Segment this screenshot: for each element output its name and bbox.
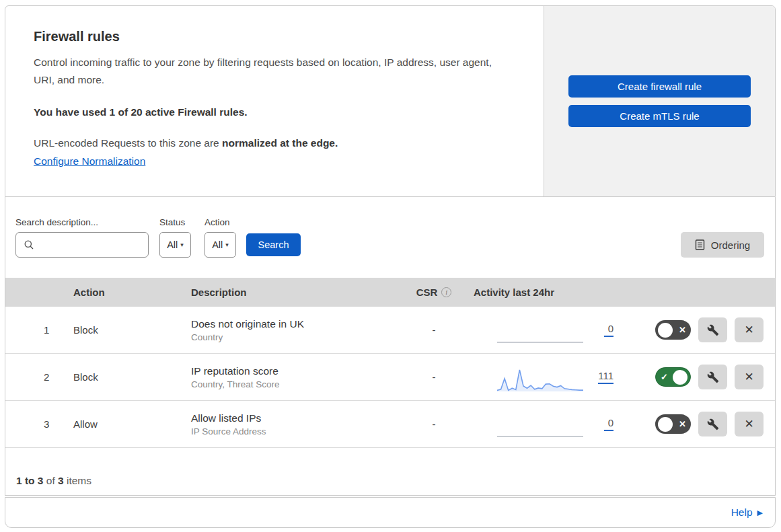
rule-fields: IP Source Address bbox=[191, 426, 404, 436]
help-bar: Help▶ bbox=[5, 497, 776, 528]
column-header-description: Description bbox=[185, 287, 404, 298]
rule-fields: Country, Threat Score bbox=[191, 379, 404, 389]
delete-rule-button[interactable]: ✕ bbox=[735, 365, 764, 389]
ordering-button[interactable]: Ordering bbox=[681, 232, 764, 258]
toggle-knob bbox=[658, 417, 673, 432]
column-header-csr: CSR i bbox=[404, 287, 464, 298]
rule-action: Allow bbox=[67, 418, 185, 430]
rule-enable-toggle[interactable]: ✕ bbox=[655, 320, 691, 340]
header-section: Firewall rules Control incoming traffic … bbox=[5, 5, 776, 197]
column-header-activity: Activity last 24hr bbox=[464, 287, 619, 298]
search-icon bbox=[24, 239, 34, 250]
pagination-summary: 1 to 3 of 3 items bbox=[5, 448, 775, 495]
help-link[interactable]: Help▶ bbox=[731, 506, 763, 519]
create-mtls-rule-button[interactable]: Create mTLS rule bbox=[568, 105, 751, 127]
actions-panel: Create firewall rule Create mTLS rule bbox=[544, 6, 775, 196]
rule-enable-toggle[interactable]: ✕ bbox=[655, 414, 691, 434]
rule-fields: Country bbox=[191, 332, 404, 342]
rule-action: Block bbox=[67, 324, 185, 336]
wrench-icon bbox=[707, 324, 719, 336]
activity-sparkline-chart bbox=[497, 367, 583, 393]
table-row: 1 Block Does not originate in UK Country… bbox=[5, 307, 775, 354]
rule-action: Block bbox=[67, 371, 185, 383]
page-description: Control incoming traffic to your zone by… bbox=[34, 54, 508, 89]
activity-count-link[interactable]: 0 bbox=[604, 417, 613, 431]
column-header-action: Action bbox=[67, 287, 185, 298]
edit-rule-button[interactable] bbox=[698, 412, 727, 436]
action-label: Action bbox=[204, 217, 236, 227]
close-icon: ✕ bbox=[744, 323, 753, 337]
rule-csr-value: - bbox=[404, 371, 464, 383]
rule-priority: 3 bbox=[5, 418, 67, 430]
toggle-knob bbox=[658, 323, 673, 338]
rules-card: Search description... Status All▾ Action… bbox=[5, 197, 776, 496]
rule-description: IP reputation score bbox=[191, 365, 404, 377]
search-box[interactable] bbox=[15, 232, 149, 258]
toggle-knob bbox=[673, 370, 687, 385]
rule-enable-toggle[interactable]: ✓ bbox=[655, 367, 691, 387]
activity-sparkline-flat bbox=[497, 319, 583, 346]
intro-card: Firewall rules Control incoming traffic … bbox=[5, 6, 544, 196]
edit-rule-button[interactable] bbox=[698, 365, 727, 389]
normalization-text: URL-encoded Requests to this zone are no… bbox=[34, 137, 517, 149]
action-dropdown[interactable]: All▾ bbox=[204, 232, 236, 258]
toggle-off-icon: ✕ bbox=[677, 419, 688, 429]
close-icon: ✕ bbox=[744, 417, 753, 431]
delete-rule-button[interactable]: ✕ bbox=[735, 412, 764, 436]
status-label: Status bbox=[159, 217, 191, 227]
table-header: Action Description CSR i Activity last 2… bbox=[5, 278, 775, 307]
edit-rule-button[interactable] bbox=[698, 317, 727, 342]
action-filter-group: Action All▾ bbox=[204, 217, 236, 258]
ordering-icon bbox=[695, 239, 705, 250]
page-title: Firewall rules bbox=[34, 29, 517, 44]
activity-count-link[interactable]: 111 bbox=[598, 370, 613, 384]
filter-bar: Search description... Status All▾ Action… bbox=[5, 197, 775, 278]
firewall-rules-page: Firewall rules Control incoming traffic … bbox=[5, 5, 776, 528]
search-filter-group: Search description... bbox=[15, 217, 149, 258]
toggle-off-icon: ✕ bbox=[677, 325, 688, 335]
rule-csr-value: - bbox=[404, 418, 464, 430]
search-label: Search description... bbox=[15, 217, 149, 227]
rule-description: Does not originate in UK bbox=[191, 318, 404, 330]
close-icon: ✕ bbox=[744, 370, 753, 384]
configure-normalization-link[interactable]: Configure Normalization bbox=[34, 155, 145, 167]
wrench-icon bbox=[707, 371, 719, 383]
chevron-down-icon: ▾ bbox=[180, 242, 184, 248]
activity-sparkline-flat bbox=[497, 414, 583, 441]
activity-count-link[interactable]: 0 bbox=[604, 323, 613, 337]
rule-priority: 2 bbox=[5, 371, 67, 383]
search-input[interactable] bbox=[38, 239, 143, 251]
usage-text: You have used 1 of 20 active Firewall ru… bbox=[34, 106, 517, 118]
search-button[interactable]: Search bbox=[246, 233, 301, 256]
create-firewall-rule-button[interactable]: Create firewall rule bbox=[568, 75, 751, 98]
rule-csr-value: - bbox=[404, 324, 464, 336]
table-row: 2 Block IP reputation score Country, Thr… bbox=[5, 354, 775, 401]
rule-priority: 1 bbox=[5, 324, 67, 336]
status-dropdown[interactable]: All▾ bbox=[159, 232, 191, 258]
toggle-on-icon: ✓ bbox=[659, 372, 670, 382]
chevron-down-icon: ▾ bbox=[225, 242, 229, 248]
wrench-icon bbox=[707, 418, 719, 430]
delete-rule-button[interactable]: ✕ bbox=[735, 317, 764, 342]
status-filter-group: Status All▾ bbox=[159, 217, 191, 258]
table-row: 3 Allow Allow listed IPs IP Source Addre… bbox=[5, 401, 775, 448]
info-icon[interactable]: i bbox=[441, 287, 451, 297]
help-arrow-icon: ▶ bbox=[757, 508, 763, 517]
rule-description: Allow listed IPs bbox=[191, 412, 404, 424]
